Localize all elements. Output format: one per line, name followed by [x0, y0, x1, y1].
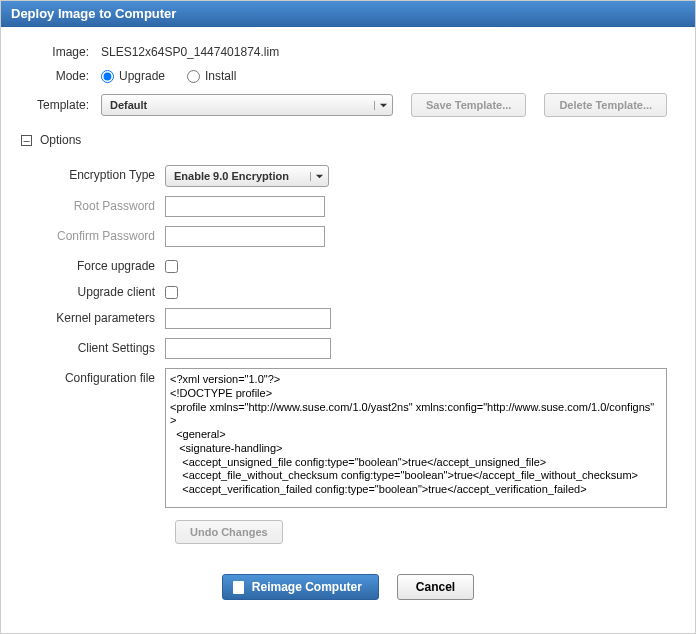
force-upgrade-label: Force upgrade [21, 256, 165, 273]
image-label: Image: [21, 45, 101, 59]
chevron-down-icon [374, 101, 392, 110]
client-settings-label: Client Settings [21, 338, 165, 355]
configuration-file-textarea[interactable] [165, 368, 667, 508]
options-header: Options [40, 133, 81, 147]
save-template-button[interactable]: Save Template... [411, 93, 526, 117]
confirm-password-input[interactable] [165, 226, 325, 247]
delete-template-label: Delete Template... [559, 99, 652, 111]
mode-upgrade-radio[interactable] [101, 70, 114, 83]
undo-changes-label: Undo Changes [190, 526, 268, 538]
root-password-label: Root Password [21, 196, 165, 213]
upgrade-client-label: Upgrade client [21, 282, 165, 299]
root-password-input[interactable] [165, 196, 325, 217]
template-dropdown[interactable]: Default [101, 94, 393, 116]
mode-label: Mode: [21, 69, 101, 83]
mode-install-option[interactable]: Install [187, 69, 236, 83]
kernel-parameters-input[interactable] [165, 308, 331, 329]
dialog-content: Image: SLES12x64SP0_1447401874.lim Mode:… [1, 27, 695, 554]
client-settings-input[interactable] [165, 338, 331, 359]
cancel-button[interactable]: Cancel [397, 574, 474, 600]
reimage-computer-button[interactable]: Reimage Computer [222, 574, 379, 600]
delete-template-button[interactable]: Delete Template... [544, 93, 667, 117]
template-dropdown-value: Default [102, 99, 374, 111]
mode-radio-group: Upgrade Install [101, 69, 236, 83]
cancel-label: Cancel [416, 580, 455, 594]
minus-icon: – [23, 135, 29, 146]
confirm-password-label: Confirm Password [21, 226, 165, 243]
kernel-parameters-label: Kernel parameters [21, 308, 165, 325]
dialog-footer: Reimage Computer Cancel [1, 554, 695, 610]
dialog-title: Deploy Image to Computer [11, 6, 176, 21]
mode-upgrade-option[interactable]: Upgrade [101, 69, 165, 83]
image-value: SLES12x64SP0_1447401874.lim [101, 45, 279, 59]
undo-changes-button[interactable]: Undo Changes [175, 520, 283, 544]
encryption-type-label: Encryption Type [21, 165, 165, 182]
encryption-type-value: Enable 9.0 Encryption [166, 170, 310, 182]
document-icon [233, 581, 244, 594]
dialog-titlebar: Deploy Image to Computer [1, 1, 695, 27]
mode-install-radio[interactable] [187, 70, 200, 83]
mode-upgrade-label: Upgrade [119, 69, 165, 83]
template-label: Template: [21, 98, 101, 112]
configuration-file-label: Configuration file [21, 368, 165, 385]
upgrade-client-checkbox[interactable] [165, 286, 178, 299]
save-template-label: Save Template... [426, 99, 511, 111]
options-panel: Encryption Type Enable 9.0 Encryption Ro… [21, 165, 675, 544]
force-upgrade-checkbox[interactable] [165, 260, 178, 273]
chevron-down-icon [310, 172, 328, 181]
encryption-type-dropdown[interactable]: Enable 9.0 Encryption [165, 165, 329, 187]
reimage-label: Reimage Computer [252, 580, 362, 594]
mode-install-label: Install [205, 69, 236, 83]
options-collapse-toggle[interactable]: – [21, 135, 32, 146]
